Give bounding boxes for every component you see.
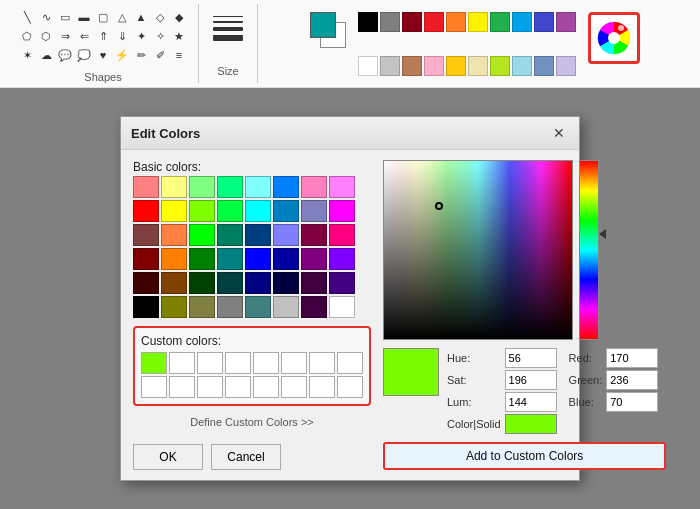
dialog-close-button[interactable]: ✕ bbox=[549, 123, 569, 143]
palette-cell[interactable] bbox=[446, 56, 466, 76]
green-input[interactable] bbox=[606, 370, 658, 390]
basic-color-cell[interactable] bbox=[329, 296, 355, 318]
basic-color-cell[interactable] bbox=[273, 224, 299, 246]
color-spectrum[interactable] bbox=[383, 160, 573, 340]
cancel-button[interactable]: Cancel bbox=[211, 444, 281, 470]
basic-color-cell[interactable] bbox=[329, 248, 355, 270]
basic-color-cell[interactable] bbox=[301, 176, 327, 198]
custom-color-empty-7[interactable] bbox=[337, 352, 363, 374]
palette-cell[interactable] bbox=[556, 12, 576, 32]
shape-star4[interactable]: ✦ bbox=[132, 27, 150, 45]
custom-color-empty-12[interactable] bbox=[253, 376, 279, 398]
define-custom-link[interactable]: Define Custom Colors >> bbox=[133, 416, 371, 428]
shape-arrow-u[interactable]: ⇑ bbox=[94, 27, 112, 45]
shape-round-rect[interactable]: ▢ bbox=[94, 8, 112, 26]
shape-lines[interactable]: ≡ bbox=[170, 46, 188, 64]
shape-triangle-fill[interactable]: ▲ bbox=[132, 8, 150, 26]
basic-color-cell[interactable] bbox=[301, 224, 327, 246]
shape-triangle[interactable]: △ bbox=[113, 8, 131, 26]
hue-bar[interactable] bbox=[579, 160, 599, 340]
hue-input[interactable] bbox=[505, 348, 557, 368]
basic-color-cell[interactable] bbox=[161, 296, 187, 318]
shape-diamond-fill[interactable]: ◆ bbox=[170, 8, 188, 26]
palette-cell[interactable] bbox=[380, 12, 400, 32]
palette-cell[interactable] bbox=[534, 56, 554, 76]
basic-color-cell[interactable] bbox=[217, 224, 243, 246]
palette-cell[interactable] bbox=[424, 12, 444, 32]
custom-color-empty-8[interactable] bbox=[141, 376, 167, 398]
basic-color-cell[interactable] bbox=[133, 272, 159, 294]
basic-color-cell[interactable] bbox=[133, 248, 159, 270]
size-line-2[interactable] bbox=[213, 21, 243, 23]
basic-color-cell[interactable] bbox=[245, 200, 271, 222]
add-to-custom-button[interactable]: Add to Custom Colors bbox=[383, 442, 666, 470]
basic-color-cell[interactable] bbox=[133, 200, 159, 222]
custom-color-empty-5[interactable] bbox=[281, 352, 307, 374]
palette-cell[interactable] bbox=[446, 12, 466, 32]
basic-color-cell[interactable] bbox=[161, 224, 187, 246]
palette-cell[interactable] bbox=[512, 12, 532, 32]
palette-cell[interactable] bbox=[556, 56, 576, 76]
basic-color-cell[interactable] bbox=[301, 200, 327, 222]
size-line-3[interactable] bbox=[213, 27, 243, 31]
shape-heart[interactable]: ♥ bbox=[94, 46, 112, 64]
custom-color-empty-6[interactable] bbox=[309, 352, 335, 374]
shape-diagonal[interactable]: ╲ bbox=[18, 8, 36, 26]
basic-color-cell[interactable] bbox=[133, 224, 159, 246]
basic-color-cell[interactable] bbox=[301, 296, 327, 318]
shape-diamond[interactable]: ◇ bbox=[151, 8, 169, 26]
basic-color-cell[interactable] bbox=[273, 248, 299, 270]
basic-color-cell[interactable] bbox=[217, 200, 243, 222]
shape-arrow-d[interactable]: ⇓ bbox=[113, 27, 131, 45]
ok-button[interactable]: OK bbox=[133, 444, 203, 470]
palette-cell[interactable] bbox=[534, 12, 554, 32]
color-front[interactable] bbox=[310, 12, 336, 38]
shape-speech[interactable]: 💬 bbox=[56, 46, 74, 64]
basic-color-cell[interactable] bbox=[245, 176, 271, 198]
shape-thought[interactable]: 💭 bbox=[75, 46, 93, 64]
palette-cell[interactable] bbox=[512, 56, 532, 76]
shape-star6[interactable]: ✶ bbox=[18, 46, 36, 64]
custom-color-empty-13[interactable] bbox=[281, 376, 307, 398]
basic-color-cell[interactable] bbox=[217, 272, 243, 294]
red-input[interactable] bbox=[606, 348, 658, 368]
basic-color-cell[interactable] bbox=[161, 272, 187, 294]
shape-edit[interactable]: ✐ bbox=[151, 46, 169, 64]
basic-color-cell[interactable] bbox=[273, 272, 299, 294]
basic-color-cell[interactable] bbox=[273, 176, 299, 198]
blue-input[interactable] bbox=[606, 392, 658, 412]
shape-curve[interactable]: ∿ bbox=[37, 8, 55, 26]
basic-color-cell[interactable] bbox=[273, 296, 299, 318]
custom-color-empty-1[interactable] bbox=[169, 352, 195, 374]
basic-color-cell[interactable] bbox=[189, 200, 215, 222]
palette-cell[interactable] bbox=[358, 12, 378, 32]
custom-color-empty-14[interactable] bbox=[309, 376, 335, 398]
basic-color-cell[interactable] bbox=[189, 224, 215, 246]
basic-color-cell[interactable] bbox=[133, 176, 159, 198]
custom-color-empty-10[interactable] bbox=[197, 376, 223, 398]
custom-color-filled[interactable] bbox=[141, 352, 167, 374]
basic-color-cell[interactable] bbox=[245, 272, 271, 294]
basic-color-cell[interactable] bbox=[217, 176, 243, 198]
color-wheel-button[interactable] bbox=[588, 12, 640, 64]
palette-cell[interactable] bbox=[380, 56, 400, 76]
size-line-1[interactable] bbox=[213, 16, 243, 17]
custom-color-empty-9[interactable] bbox=[169, 376, 195, 398]
shape-arrow-r[interactable]: ⇒ bbox=[56, 27, 74, 45]
shape-lightning[interactable]: ⚡ bbox=[113, 46, 131, 64]
lum-input[interactable] bbox=[505, 392, 557, 412]
basic-color-cell[interactable] bbox=[301, 272, 327, 294]
basic-color-cell[interactable] bbox=[189, 248, 215, 270]
basic-color-cell[interactable] bbox=[273, 200, 299, 222]
basic-color-cell[interactable] bbox=[329, 224, 355, 246]
palette-cell[interactable] bbox=[402, 56, 422, 76]
shape-cloud[interactable]: ☁ bbox=[37, 46, 55, 64]
basic-color-cell[interactable] bbox=[245, 248, 271, 270]
palette-cell[interactable] bbox=[358, 56, 378, 76]
shape-pencil[interactable]: ✏ bbox=[132, 46, 150, 64]
basic-color-cell[interactable] bbox=[329, 200, 355, 222]
custom-color-empty-3[interactable] bbox=[225, 352, 251, 374]
palette-cell[interactable] bbox=[490, 56, 510, 76]
basic-color-cell[interactable] bbox=[217, 296, 243, 318]
custom-color-empty-4[interactable] bbox=[253, 352, 279, 374]
